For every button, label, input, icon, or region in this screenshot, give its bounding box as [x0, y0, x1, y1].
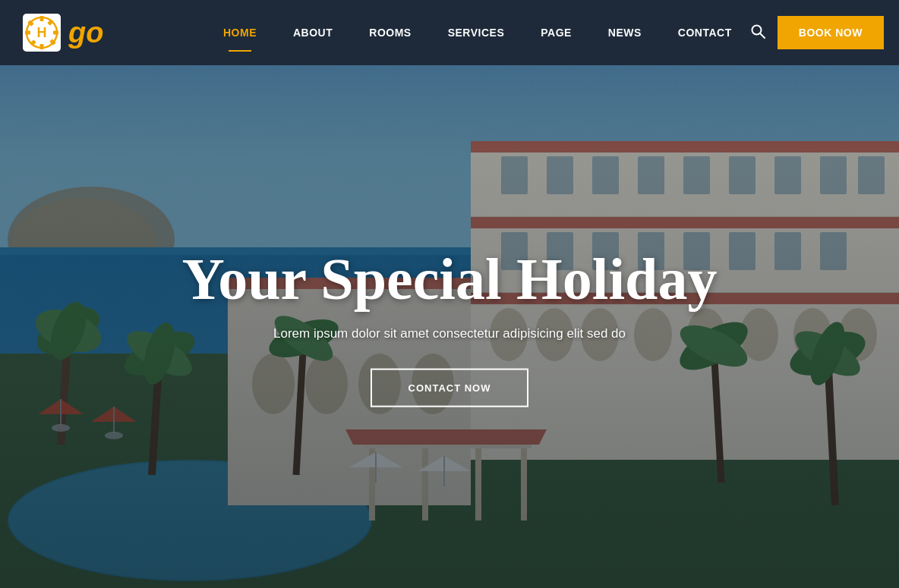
svg-rect-3 [40, 44, 44, 49]
svg-line-12 [760, 33, 765, 38]
nav-item-home[interactable]: HOME [205, 0, 275, 65]
hero-section: Your Special Holiday Lorem ipsum dolor s… [0, 65, 899, 588]
hero-title: Your Special Holiday [108, 246, 791, 311]
contact-now-button[interactable]: CONTACT NOW [371, 369, 529, 407]
nav-item-rooms[interactable]: ROOMS [351, 0, 429, 65]
hero-content: Your Special Holiday Lorem ipsum dolor s… [108, 246, 791, 407]
nav-links: HOME ABOUT ROOMS SERVICES PAGE NEWS CONT… [205, 0, 750, 65]
nav-item-about[interactable]: ABOUT [275, 0, 351, 65]
nav-item-page[interactable]: PAGE [522, 0, 590, 65]
book-now-button[interactable]: BOOK NOW [778, 16, 884, 49]
nav-item-news[interactable]: NEWS [590, 0, 660, 65]
svg-rect-4 [25, 31, 30, 35]
navbar: H go HOME ABOUT ROOMS SERVICES PAGE NEWS… [0, 0, 899, 65]
svg-text:H: H [37, 25, 47, 40]
nav-item-contact[interactable]: CONTACT [660, 0, 750, 65]
svg-rect-5 [53, 31, 58, 35]
hotel-logo-icon: H [23, 14, 61, 52]
svg-rect-2 [40, 16, 44, 21]
search-icon[interactable] [750, 24, 765, 42]
nav-right: BOOK NOW [750, 16, 884, 49]
logo-area[interactable]: H go [23, 14, 175, 52]
hero-subtitle: Lorem ipsum dolor sit amet consectetur a… [108, 326, 791, 341]
nav-item-services[interactable]: SERVICES [430, 0, 523, 65]
logo-text: go [68, 17, 103, 49]
